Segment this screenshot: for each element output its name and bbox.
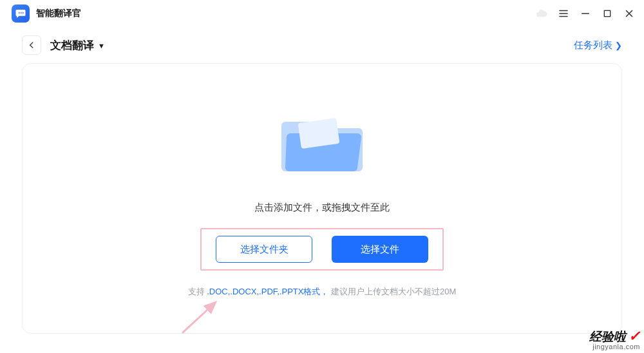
minimize-icon[interactable] xyxy=(580,8,591,19)
support-suffix: 建议用户上传文档大小不超过20M xyxy=(331,287,456,296)
chevron-right-icon: ❯ xyxy=(615,41,622,50)
svg-point-1 xyxy=(21,12,22,14)
close-icon[interactable] xyxy=(623,8,635,19)
svg-rect-3 xyxy=(604,10,610,16)
svg-line-5 xyxy=(182,302,216,333)
app-title: 智能翻译官 xyxy=(36,8,81,19)
svg-point-0 xyxy=(19,12,20,14)
drop-hint-text: 点击添加文件，或拖拽文件至此 xyxy=(254,202,390,214)
support-prefix: 支持 xyxy=(188,287,205,296)
support-formats: .DOC,.DOCX,.PDF,.PPTX格式， xyxy=(207,287,328,296)
watermark: 经验啦 ✓ jingyanla.com xyxy=(589,329,640,350)
caret-down-icon: ▼ xyxy=(98,42,105,50)
chat-bubble-icon xyxy=(15,8,26,19)
page-title-text: 文档翻译 xyxy=(50,38,94,53)
window-controls xyxy=(536,8,635,19)
chevron-left-icon xyxy=(27,41,36,50)
watermark-text: 经验啦 xyxy=(589,330,626,343)
svg-rect-4 xyxy=(298,118,340,149)
task-list-label: 任务列表 xyxy=(574,39,612,52)
select-file-button[interactable]: 选择文件 xyxy=(332,236,428,263)
watermark-url: jingyanla.com xyxy=(589,343,640,350)
main-area: 点击添加文件，或拖拽文件至此 选择文件夹 选择文件 支持 .DOC,.DOCX,… xyxy=(0,63,644,353)
page-title-dropdown[interactable]: 文档翻译 ▼ xyxy=(50,38,105,53)
select-folder-button[interactable]: 选择文件夹 xyxy=(216,236,312,263)
back-button[interactable] xyxy=(22,35,41,55)
subheader: 文档翻译 ▼ 任务列表 ❯ xyxy=(0,27,644,63)
drop-zone-card[interactable]: 点击添加文件，或拖拽文件至此 选择文件夹 选择文件 支持 .DOC,.DOCX,… xyxy=(22,63,622,334)
menu-icon[interactable] xyxy=(558,8,569,19)
titlebar: 智能翻译官 xyxy=(0,0,644,27)
button-row-highlight: 选择文件夹 选择文件 xyxy=(200,228,444,271)
cloud-icon[interactable] xyxy=(536,8,547,19)
app-logo xyxy=(12,5,30,23)
annotation-arrow-icon xyxy=(177,296,229,341)
maximize-icon[interactable] xyxy=(601,8,613,19)
folder-icon xyxy=(274,102,370,182)
svg-point-2 xyxy=(23,12,24,14)
checkmark-icon: ✓ xyxy=(629,329,640,343)
task-list-link[interactable]: 任务列表 ❯ xyxy=(574,39,622,52)
